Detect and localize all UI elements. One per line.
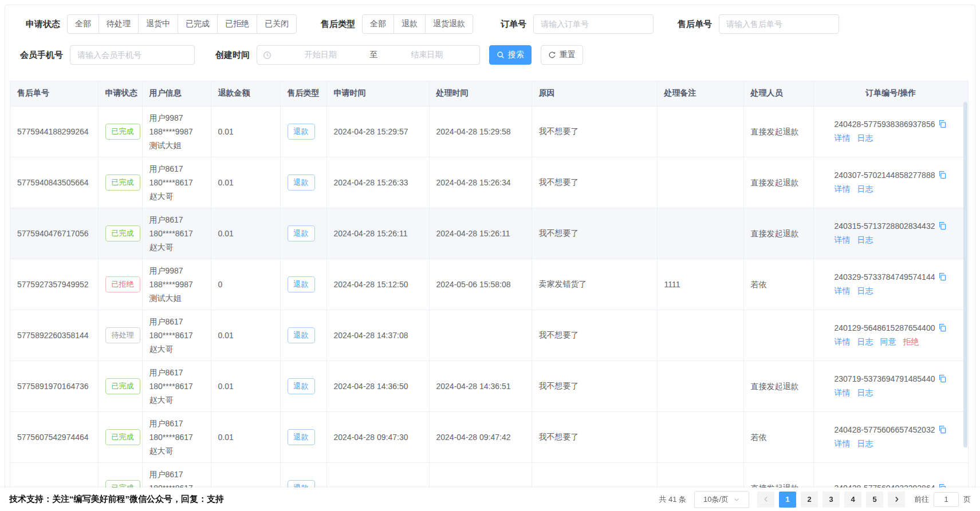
log-link[interactable]: 日志 xyxy=(857,133,873,144)
reason-cell: 卖家发错货了 xyxy=(532,259,657,310)
page-size-select[interactable]: 10条/页 xyxy=(694,491,749,508)
order-no: 240315-5713728802834432 xyxy=(835,221,935,231)
page-button-1[interactable]: 1 xyxy=(779,492,796,508)
apply-status-option-2[interactable]: 退货中 xyxy=(138,14,178,34)
handle-time-cell: 2024-04-28 14:36:51 xyxy=(429,361,532,411)
end-date-placeholder[interactable]: 结束日期 xyxy=(380,50,474,60)
agree-link[interactable]: 同意 xyxy=(880,337,896,347)
user-info-line: 用户8617 xyxy=(149,366,204,379)
user-info-line: 180****8617 xyxy=(149,430,204,444)
type-badge: 退款 xyxy=(288,225,315,241)
copy-order-button[interactable] xyxy=(938,425,947,434)
user-info-cell: 用户8617180****8617赵大哥 xyxy=(142,411,211,462)
apply-status-option-3[interactable]: 已完成 xyxy=(178,14,218,34)
aftersale-no: 5775892260358144 xyxy=(17,331,91,340)
member-phone-label: 会员手机号 xyxy=(20,50,63,61)
aftersale-no: 5775944188299264 xyxy=(17,127,91,136)
member-phone-input[interactable] xyxy=(70,45,195,65)
start-date-placeholder[interactable]: 开始日期 xyxy=(274,50,368,60)
detail-link[interactable]: 详情 xyxy=(835,184,851,195)
page-button-2[interactable]: 2 xyxy=(801,492,818,508)
log-link[interactable]: 日志 xyxy=(857,235,873,245)
apply-status-filter-group: 全部待处理退货中已完成已拒绝已关闭 xyxy=(67,14,297,34)
detail-link[interactable]: 详情 xyxy=(835,439,851,449)
apply-time-cell: 2024-04-28 15:29:57 xyxy=(326,106,429,157)
detail-link[interactable]: 详情 xyxy=(835,286,851,296)
apply-status-label: 申请状态 xyxy=(26,19,60,30)
user-info-line: 赵大哥 xyxy=(149,393,204,407)
detail-link[interactable]: 详情 xyxy=(835,133,851,144)
copy-order-button[interactable] xyxy=(938,221,947,230)
apply-time-cell: 2024-04-28 09:47:30 xyxy=(326,411,429,462)
handler-text: 直接发起退款 xyxy=(751,176,806,189)
reject-link[interactable]: 拒绝 xyxy=(903,337,919,347)
copy-order-button[interactable] xyxy=(938,171,947,179)
status-cell: 已完成 xyxy=(98,411,142,462)
handle-time: 2024-04-28 15:29:58 xyxy=(436,127,525,136)
apply-time: 2024-04-28 15:29:57 xyxy=(334,127,422,136)
copy-order-button[interactable] xyxy=(938,120,947,128)
refund-amount: 0.01 xyxy=(218,433,273,442)
chevron-left-icon xyxy=(762,496,770,503)
goto-page-input[interactable] xyxy=(934,492,959,507)
log-link[interactable]: 日志 xyxy=(857,184,873,195)
detail-link[interactable]: 详情 xyxy=(835,388,851,398)
order-no-input[interactable] xyxy=(533,14,654,34)
type-cell: 退款 xyxy=(280,259,326,310)
copy-icon xyxy=(938,221,947,230)
order-ops-block: 240307-5702144858277888详情日志 xyxy=(821,171,962,195)
order-ops-block: 240428-5775606657452032详情日志 xyxy=(821,425,962,449)
apply-status-option-0[interactable]: 全部 xyxy=(67,14,99,34)
status-cell: 待处理 xyxy=(98,310,142,361)
row-operations: 详情日志同意拒绝 xyxy=(835,337,962,347)
order-no-label: 订单号 xyxy=(501,19,526,30)
apply-time-cell: 2024-04-28 15:12:50 xyxy=(326,259,429,310)
search-button[interactable]: 搜索 xyxy=(489,45,532,65)
aftersale-no-input[interactable] xyxy=(719,14,839,34)
vertical-scrollbar[interactable] xyxy=(963,102,967,447)
next-page-button[interactable] xyxy=(888,492,905,508)
page-button-3[interactable]: 3 xyxy=(822,492,840,508)
detail-link[interactable]: 详情 xyxy=(835,337,851,347)
type-badge: 退款 xyxy=(288,175,315,191)
copy-order-button[interactable] xyxy=(938,374,947,383)
apply-status-option-5[interactable]: 已关闭 xyxy=(257,14,297,34)
reason-text: 卖家发错货了 xyxy=(539,279,650,290)
page-button-4[interactable]: 4 xyxy=(844,492,861,508)
log-link[interactable]: 日志 xyxy=(857,337,873,347)
log-link[interactable]: 日志 xyxy=(857,388,873,398)
copy-order-button[interactable] xyxy=(938,323,947,332)
handle-time-cell: 2024-04-28 15:26:34 xyxy=(429,157,532,208)
prev-page-button[interactable] xyxy=(757,492,774,508)
aftersale-type-option-1[interactable]: 退款 xyxy=(393,14,426,34)
log-link[interactable]: 日志 xyxy=(857,286,873,296)
log-link[interactable]: 日志 xyxy=(857,439,873,449)
reason-text: 我不想要了 xyxy=(539,228,650,239)
reason-cell: 我不想要了 xyxy=(532,310,657,361)
apply-time-cell xyxy=(326,462,429,488)
aftersale-no: 5775927357949952 xyxy=(17,280,91,289)
handle-time: 2024-04-28 15:26:11 xyxy=(436,229,525,238)
order-ops-block: 240329-5733784749574144详情日志 xyxy=(821,272,962,296)
order-no: 240329-5733784749574144 xyxy=(835,272,935,282)
content-card: 申请状态 全部待处理退货中已完成已拒绝已关闭 售后类型 全部退款退货退款 订单号… xyxy=(5,5,975,506)
aftersale-table: 售后单号申请状态用户信息退款金额售后类型申请时间处理时间原因处理备注处理人员订单… xyxy=(10,81,968,488)
type-badge: 退款 xyxy=(288,480,315,489)
order-ops-cell: 240428-5775604032292864 xyxy=(813,462,968,488)
user-info-cell: 用户8617180****8617赵大哥 xyxy=(142,208,211,259)
column-header: 退款金额 xyxy=(211,81,280,106)
aftersale-type-option-0[interactable]: 全部 xyxy=(362,14,394,34)
reset-button[interactable]: 重置 xyxy=(541,45,583,65)
aftersale-type-label: 售后类型 xyxy=(321,19,355,30)
detail-link[interactable]: 详情 xyxy=(835,235,851,245)
create-time-range-picker[interactable]: 开始日期 至 结束日期 xyxy=(257,45,480,65)
handle-time: 2024-04-28 09:47:42 xyxy=(436,433,525,442)
apply-status-option-1[interactable]: 待处理 xyxy=(99,14,139,34)
page-button-5[interactable]: 5 xyxy=(866,492,883,508)
copy-order-button[interactable] xyxy=(938,272,947,281)
row-operations: 详情日志 xyxy=(835,235,962,245)
apply-status-option-4[interactable]: 已拒绝 xyxy=(217,14,257,34)
aftersale-type-option-2[interactable]: 退货退款 xyxy=(425,14,473,34)
type-badge: 退款 xyxy=(288,429,315,445)
user-info-cell: 用户8617180****8617赵大哥 xyxy=(142,361,211,411)
